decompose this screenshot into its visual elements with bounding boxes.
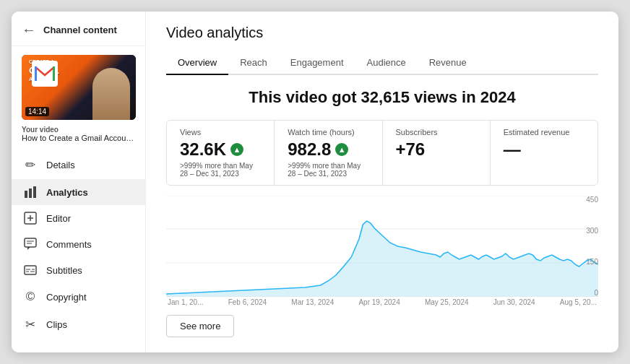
x-label-1: Feb 6, 2024 [228, 298, 267, 306]
views-headline: This video got 32,615 views in 2024 [166, 88, 598, 107]
chart-area: 450 300 150 0 Jan 1, 20... Feb 6, 2024 M… [166, 196, 598, 308]
stat-views-sub: >999% more than May 28 – Dec 31, 2023 [180, 162, 261, 178]
x-label-5: Jun 30, 2024 [493, 298, 535, 306]
sidebar-header: ← Channel content [12, 12, 145, 46]
video-label: Your video How to Create a Gmail Account… [12, 126, 145, 142]
x-label-6: Aug 5, 20... [560, 298, 597, 306]
sidebar-item-editor[interactable]: Editor [12, 205, 145, 231]
stat-subs-label: Subscribers [396, 128, 477, 136]
watchtime-badge: ▲ [335, 143, 348, 156]
copyright-label: Copyright [46, 292, 87, 303]
details-icon: ✏ [23, 157, 38, 173]
stat-revenue: Estimated revenue — [491, 121, 597, 185]
stat-revenue-label: Estimated revenue [504, 128, 584, 136]
y-label-0: 0 [576, 289, 598, 297]
x-label-3: Apr 19, 2024 [358, 298, 400, 306]
stat-subs-value: +76 [396, 139, 477, 160]
see-more-button[interactable]: See more [166, 315, 234, 337]
clips-icon: ✂ [23, 317, 38, 332]
sidebar-item-copyright[interactable]: © Copyright [12, 283, 145, 311]
analytics-label: Analytics [46, 187, 88, 198]
video-duration: 14:14 [25, 107, 49, 116]
x-label-2: Mar 13, 2024 [291, 298, 334, 306]
sidebar-item-details[interactable]: ✏ Details [12, 151, 145, 179]
stat-revenue-value: — [504, 139, 584, 160]
stat-watchtime-sub: >999% more than May 28 – Dec 31, 2023 [288, 162, 368, 178]
copyright-icon: © [23, 290, 38, 304]
svg-rect-3 [29, 188, 32, 198]
comments-label: Comments [46, 239, 92, 250]
subtitles-label: Subtitles [46, 265, 82, 276]
tab-revenue[interactable]: Revenue [418, 51, 478, 75]
analytics-icon [23, 186, 38, 199]
svg-rect-8 [25, 238, 36, 247]
y-label-300: 300 [576, 227, 598, 235]
y-label-450: 450 [576, 196, 598, 204]
sidebar: ← Channel content CREATE A GMAIL ACCOUNT [12, 12, 146, 352]
sidebar-item-subtitles[interactable]: Subtitles [12, 257, 145, 283]
chart-svg [166, 196, 598, 297]
main-content: Video analytics Overview Reach Engagemen… [146, 12, 618, 352]
svg-rect-11 [25, 266, 36, 274]
x-label-0: Jan 1, 20... [168, 298, 203, 306]
tab-audience[interactable]: Audience [355, 51, 418, 75]
sidebar-item-analytics[interactable]: Analytics [12, 179, 145, 205]
sidebar-nav: ✏ Details Analytics Editor Comments [12, 151, 145, 339]
stat-views-value: 32.6K ▲ [180, 139, 261, 160]
stat-watch-time: Watch time (hours) 982.8 ▲ >999% more th… [275, 121, 382, 185]
your-video-label: Your video [22, 126, 135, 134]
editor-icon [23, 212, 38, 225]
back-button[interactable]: ← [22, 22, 36, 38]
stat-watchtime-value: 982.8 ▲ [288, 139, 368, 160]
chart-y-labels: 450 300 150 0 [573, 196, 598, 297]
comments-icon [23, 238, 38, 251]
y-label-150: 150 [576, 258, 598, 266]
tab-reach[interactable]: Reach [228, 51, 279, 75]
sidebar-item-clips[interactable]: ✂ Clips [12, 311, 145, 339]
video-name: How to Create a Gmail Account - Ste... [22, 134, 135, 142]
tab-overview[interactable]: Overview [166, 51, 228, 75]
clips-label: Clips [46, 319, 67, 330]
stat-watchtime-label: Watch time (hours) [288, 128, 368, 136]
stat-subscribers: Subscribers +76 [383, 121, 491, 185]
tab-engagement[interactable]: Engagement [279, 51, 355, 75]
x-label-4: May 25, 2024 [425, 298, 469, 306]
svg-rect-2 [25, 191, 27, 198]
sidebar-item-comments[interactable]: Comments [12, 231, 145, 257]
details-label: Details [46, 160, 75, 170]
tab-bar: Overview Reach Engagement Audience Reven… [166, 51, 598, 75]
subtitles-icon [23, 264, 38, 277]
stat-views: Views 32.6K ▲ >999% more than May 28 – D… [167, 121, 275, 185]
svg-rect-4 [33, 186, 36, 198]
editor-label: Editor [46, 213, 71, 224]
video-thumbnail: CREATE A GMAIL ACCOUNT 14:14 [22, 55, 136, 120]
stat-views-label: Views [180, 128, 261, 136]
views-badge: ▲ [230, 143, 243, 156]
svg-rect-0 [35, 66, 37, 81]
svg-rect-1 [53, 66, 55, 81]
chart-x-labels: Jan 1, 20... Feb 6, 2024 Mar 13, 2024 Ap… [166, 298, 598, 306]
page-title: Video analytics [166, 25, 598, 41]
stats-row: Views 32.6K ▲ >999% more than May 28 – D… [166, 120, 598, 186]
sidebar-title: Channel content [43, 25, 117, 35]
main-window: ← Channel content CREATE A GMAIL ACCOUNT [12, 12, 618, 352]
